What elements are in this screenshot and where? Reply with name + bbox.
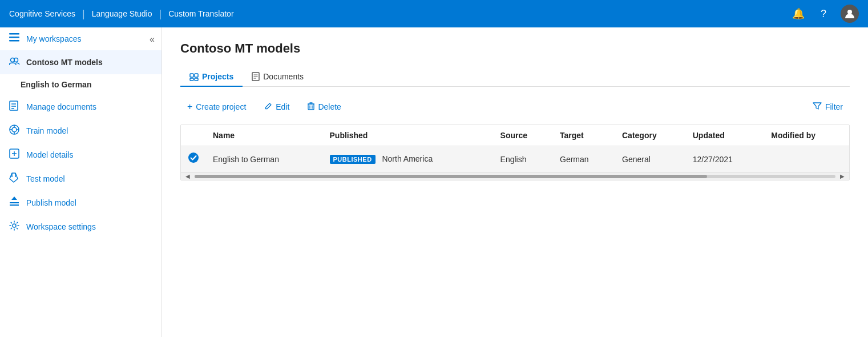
published-badge: PUBLISHED — [330, 155, 376, 164]
tabs: Projects Documents — [180, 67, 850, 87]
create-project-button[interactable]: + Create project — [180, 98, 253, 115]
svg-rect-26 — [190, 74, 193, 77]
top-nav: Cognitive Services | Language Studio | C… — [0, 0, 868, 27]
notification-icon[interactable]: 🔔 — [790, 6, 806, 22]
test-model-label: Test model — [26, 174, 65, 183]
svg-rect-28 — [190, 78, 193, 81]
svg-rect-21 — [10, 202, 19, 203]
svg-rect-1 — [9, 33, 19, 35]
svg-rect-27 — [195, 74, 198, 77]
svg-rect-3 — [9, 40, 19, 42]
language-studio-link[interactable]: Language Studio — [92, 9, 152, 18]
manage-documents-label: Manage documents — [26, 102, 96, 111]
col-updated: Updated — [686, 125, 764, 146]
row-source: English — [494, 146, 553, 172]
create-project-icon: + — [187, 102, 192, 112]
svg-rect-34 — [308, 104, 314, 110]
row-modified-by — [764, 146, 849, 172]
tab-projects-label: Projects — [202, 72, 233, 81]
col-published: Published — [323, 125, 494, 146]
row-name: English to German — [206, 146, 323, 172]
top-nav-right: 🔔 ? — [790, 5, 859, 23]
help-icon[interactable]: ? — [815, 6, 831, 22]
delete-button[interactable]: Delete — [301, 99, 348, 115]
layout: « My workspaces Cont — [0, 27, 868, 337]
table-row[interactable]: English to German PUBLISHED North Americ… — [181, 146, 849, 172]
test-model-icon — [9, 172, 21, 185]
model-details-icon — [9, 149, 21, 161]
col-target: Target — [553, 125, 615, 146]
model-details-label: Model details — [26, 150, 74, 159]
scroll-track[interactable] — [195, 175, 835, 178]
svg-point-11 — [12, 127, 17, 132]
col-checkbox — [181, 125, 206, 146]
workspace-settings-label: Workspace settings — [26, 222, 96, 231]
page-title: Contoso MT models — [180, 41, 850, 56]
tab-documents-label: Documents — [263, 72, 304, 81]
train-model-icon — [9, 125, 21, 137]
avatar[interactable] — [841, 5, 859, 23]
row-region: North America — [382, 154, 433, 163]
svg-rect-22 — [10, 204, 19, 206]
sep2: | — [159, 8, 162, 20]
sidebar-item-english-to-german[interactable]: English to German — [0, 74, 162, 95]
sidebar-collapse-button[interactable]: « — [150, 34, 155, 45]
train-model-label: Train model — [26, 126, 68, 135]
custom-translator-link[interactable]: Custom Translator — [168, 9, 233, 18]
sidebar-item-contoso-label: Contoso MT models — [26, 58, 103, 67]
toolbar: + Create project Edit — [180, 98, 850, 115]
horizontal-scrollbar[interactable]: ◀ ▶ — [181, 172, 849, 180]
manage-documents-icon — [9, 101, 21, 113]
svg-point-25 — [13, 224, 16, 227]
row-category: General — [615, 146, 686, 172]
sidebar-item-my-workspaces-label: My workspaces — [26, 34, 81, 43]
sidebar-item-workspace-settings[interactable]: Workspace settings — [0, 215, 162, 239]
svg-point-39 — [188, 153, 199, 163]
documents-tab-icon — [252, 72, 260, 81]
row-target: German — [553, 146, 615, 172]
tab-projects[interactable]: Projects — [180, 67, 243, 87]
projects-table: Name Published Source Target Category Up… — [180, 125, 850, 180]
brand-label: Cognitive Services — [9, 9, 75, 18]
publish-model-label: Publish model — [26, 198, 76, 207]
filter-icon — [813, 102, 822, 112]
contoso-mt-icon — [9, 56, 21, 69]
col-modified-by: Modified by — [764, 125, 849, 146]
scroll-left-arrow[interactable]: ◀ — [183, 173, 192, 179]
sidebar-item-publish-model[interactable]: Publish model — [0, 191, 162, 215]
sidebar: « My workspaces Cont — [0, 27, 162, 337]
filter-button[interactable]: Filter — [806, 99, 850, 115]
col-name: Name — [206, 125, 323, 146]
sidebar-item-contoso-mt-models[interactable]: Contoso MT models — [0, 50, 162, 74]
sidebar-item-manage-documents[interactable]: Manage documents — [0, 95, 162, 119]
scroll-right-arrow[interactable]: ▶ — [838, 173, 847, 179]
col-source: Source — [494, 125, 553, 146]
sidebar-item-model-details[interactable]: Model details — [0, 143, 162, 167]
row-updated: 12/27/2021 — [686, 146, 764, 172]
row-published: PUBLISHED North America — [323, 146, 494, 172]
svg-rect-2 — [9, 37, 19, 38]
delete-icon — [308, 102, 314, 112]
svg-rect-29 — [195, 78, 198, 81]
scroll-thumb — [195, 175, 707, 178]
projects-tab-icon — [189, 72, 199, 81]
my-workspaces-icon — [9, 33, 21, 45]
sidebar-item-my-workspaces[interactable]: My workspaces — [0, 27, 162, 50]
workspace-settings-icon — [9, 220, 21, 233]
english-to-german-label: English to German — [21, 80, 91, 89]
tab-documents[interactable]: Documents — [243, 67, 313, 87]
main-content: Contoso MT models Projects D — [162, 27, 868, 337]
sep1: | — [82, 8, 85, 20]
sidebar-item-train-model[interactable]: Train model — [0, 119, 162, 143]
svg-marker-24 — [11, 196, 17, 200]
edit-button[interactable]: Edit — [257, 99, 296, 115]
sidebar-item-test-model[interactable]: Test model — [0, 167, 162, 191]
edit-icon — [264, 102, 272, 112]
svg-point-0 — [847, 10, 852, 14]
publish-model-icon — [9, 196, 21, 209]
row-check-icon — [188, 154, 199, 166]
col-category: Category — [615, 125, 686, 146]
